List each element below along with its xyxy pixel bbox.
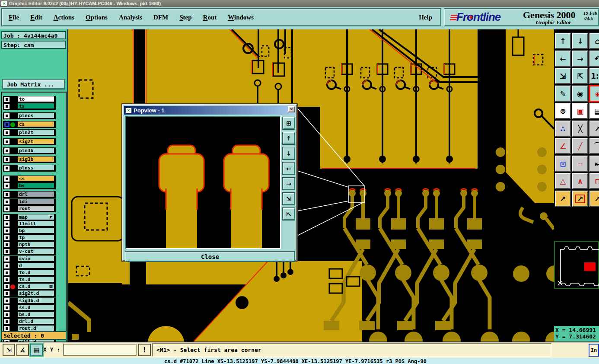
layer-checkbox[interactable] <box>4 305 10 310</box>
layer-checkbox[interactable] <box>4 130 10 135</box>
layer-checkbox[interactable] <box>4 215 10 220</box>
layer-label[interactable]: rout <box>17 205 54 211</box>
layer-checkbox[interactable] <box>4 235 10 240</box>
menu-options[interactable]: Options <box>86 14 108 21</box>
layer-checkbox[interactable] <box>4 148 10 153</box>
layer-checkbox[interactable] <box>4 312 10 317</box>
layer-row-bp[interactable]: bp <box>3 227 56 234</box>
layer-label[interactable]: ss <box>17 176 54 182</box>
layer-row-cvia[interactable]: cvia <box>3 255 56 262</box>
triangle-mode-button[interactable]: △ <box>555 173 571 189</box>
layer-row-11mill[interactable]: 11mill <box>3 220 56 227</box>
layer-label[interactable]: cs <box>17 121 54 127</box>
in-button[interactable]: In <box>589 344 599 357</box>
layer-row-ldi[interactable]: ldi <box>3 198 56 205</box>
layer-label[interactable]: sig2t <box>17 138 54 144</box>
layer-checkbox[interactable] <box>4 284 10 289</box>
layer-checkbox[interactable] <box>4 192 10 197</box>
layer-checkbox[interactable] <box>4 97 10 102</box>
menu-analysis[interactable]: Analysis <box>119 14 142 21</box>
slant-line-button[interactable]: ╱ <box>572 138 588 154</box>
layer-row-v-cut[interactable]: v-cut <box>3 248 56 255</box>
popview-pan-up-button[interactable]: ↑ <box>283 132 295 144</box>
pan-up-button[interactable]: ↑ <box>555 33 571 49</box>
zoom-window-button[interactable]: ▣ <box>572 103 588 119</box>
menu-dfm[interactable]: DFM <box>153 14 168 21</box>
layer-label[interactable]: cs.d▦ <box>17 283 54 289</box>
layer-row-cs[interactable]: cs <box>3 121 56 128</box>
angle-mode-button[interactable]: ∡ <box>16 344 29 356</box>
net-highlight-button[interactable]: ◈ <box>589 86 599 102</box>
layer-checkbox[interactable] <box>4 263 10 268</box>
previous-view-button[interactable]: ↶ <box>589 51 599 67</box>
layer-row-pln2t[interactable]: pln2t <box>3 129 56 136</box>
layer-checkbox[interactable] <box>4 277 10 282</box>
layer-checkbox[interactable] <box>4 221 10 227</box>
menu-step[interactable]: Step <box>179 14 191 21</box>
layer-label[interactable]: to <box>17 96 54 102</box>
setup-tools-button[interactable]: ✎ <box>555 86 571 102</box>
layer-label[interactable]: pln2t <box>17 129 54 135</box>
layer-row-bs.d[interactable]: bs.d <box>3 311 56 318</box>
angle-line-button[interactable]: ∠ <box>555 138 571 154</box>
popview-pan-left-button[interactable]: ← <box>283 163 295 175</box>
layer-checkbox[interactable] <box>4 270 10 275</box>
measure-button[interactable]: ▤ <box>589 103 599 119</box>
layer-label[interactable]: v-cut <box>17 248 54 254</box>
layer-row-rout[interactable]: rout <box>3 205 56 212</box>
menu-actions[interactable]: Actions <box>54 14 74 21</box>
menu-help[interactable]: Help <box>419 14 432 21</box>
menu-rout[interactable]: Rout <box>203 14 217 21</box>
layer-row-drl[interactable]: drl <box>3 191 56 198</box>
layer-checkbox[interactable] <box>4 122 10 127</box>
menu-windows[interactable]: Windows <box>228 14 254 21</box>
home-view-button[interactable]: ⌂ <box>589 33 599 49</box>
layer-row-map[interactable]: map◤ <box>3 214 56 221</box>
layer-label[interactable]: plnss <box>17 165 54 171</box>
minimap[interactable] <box>554 241 599 289</box>
layer-row-pln3b[interactable]: pln3b <box>3 147 56 154</box>
layer-label[interactable]: bs.d <box>17 311 54 317</box>
pad-snap-button[interactable]: ◉ <box>572 86 588 102</box>
layer-checkbox[interactable] <box>4 249 10 254</box>
extend-line-button[interactable]: ⇤ <box>589 156 599 172</box>
popview-close-icon[interactable]: ✕ <box>288 106 295 112</box>
net-points-button[interactable]: ∴ <box>555 121 571 137</box>
break-line-button[interactable]: ╌ <box>572 156 588 172</box>
popview-close-button[interactable]: Close <box>125 252 295 262</box>
layer-row-ts[interactable]: ts <box>3 103 56 110</box>
layer-row-ss[interactable]: ss <box>3 176 56 182</box>
layer-label[interactable]: tp <box>17 234 54 240</box>
layer-row-tp[interactable]: tp <box>3 234 56 241</box>
select-curve-button[interactable]: ↗ <box>589 191 599 207</box>
layer-row-npth[interactable]: npth <box>3 241 56 248</box>
layer-row-to.d[interactable]: to.d <box>3 269 56 276</box>
layer-label[interactable]: ss.d <box>17 304 54 310</box>
layer-checkbox[interactable] <box>4 199 10 204</box>
layer-checkbox[interactable] <box>4 319 10 324</box>
layer-label[interactable]: map◤ <box>17 214 54 220</box>
layer-label[interactable]: ldi <box>17 198 54 204</box>
layer-label[interactable]: cvia <box>17 255 54 262</box>
zoom-scale-button[interactable]: 1:2 <box>589 68 599 84</box>
pan-right-button[interactable]: → <box>572 51 588 67</box>
layer-checkbox[interactable] <box>4 139 10 144</box>
layer-checkbox[interactable] <box>4 166 10 171</box>
layer-row-sig2t.d[interactable]: sig2t.d <box>3 290 56 297</box>
layer-label[interactable]: sig3b.d <box>17 297 54 303</box>
zoom-area-button[interactable]: ⊚ <box>555 103 571 119</box>
grid-toggle-button[interactable]: ▦ <box>30 344 43 356</box>
xy-input[interactable] <box>63 344 137 356</box>
surface-mode-button[interactable]: ⊓ <box>589 173 599 189</box>
layer-checkbox[interactable] <box>4 183 10 188</box>
popview-zoom-in-button[interactable]: ⇲ <box>283 193 295 205</box>
arc-button[interactable]: ⌒ <box>589 138 599 154</box>
menu-file[interactable]: File <box>9 14 19 21</box>
layer-row-cs.d[interactable]: cs.d▦ <box>3 283 56 290</box>
layer-checkbox[interactable] <box>4 291 10 296</box>
layer-checkbox[interactable] <box>4 206 10 211</box>
move-vertex-button[interactable]: ↗ <box>589 121 599 137</box>
layer-checkbox[interactable] <box>4 298 10 303</box>
layer-row-ts.d[interactable]: ts.d <box>3 276 56 283</box>
layer-row-to[interactable]: to <box>3 96 56 103</box>
